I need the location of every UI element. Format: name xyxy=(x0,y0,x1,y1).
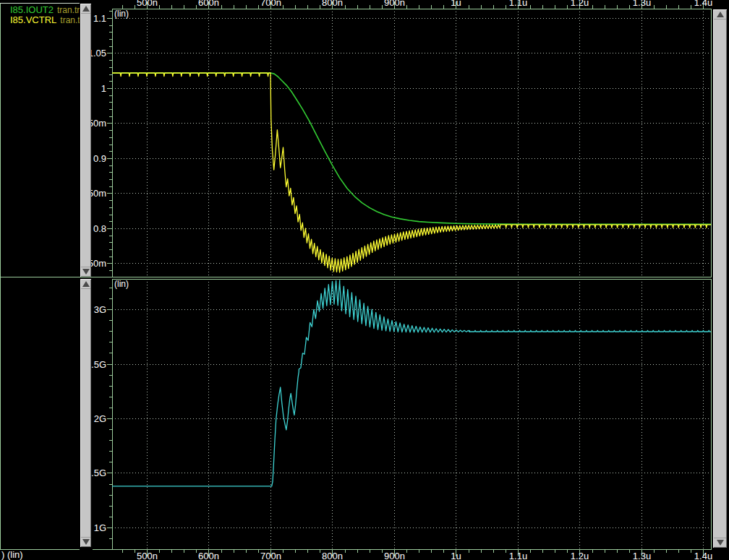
signal-analysis-suffix: tran.tra xyxy=(57,5,80,15)
trace-i85-vctrl[interactable] xyxy=(112,73,711,272)
left-scrollbar-top[interactable] xyxy=(80,4,91,277)
y-tick-label: 1G xyxy=(94,522,106,533)
legend-panel-bottom: FVST.FVST_0|F xyxy=(0,278,80,547)
scale-label: (lin) xyxy=(114,279,129,289)
x-tick-label: 900n xyxy=(384,0,405,8)
x-tick-label: 900n xyxy=(384,551,405,560)
y-tick-label: 0.8 xyxy=(93,223,106,234)
x-tick-label: 500n xyxy=(137,551,158,560)
x-tick-label: 1.1u xyxy=(509,0,527,8)
x-axis-corner-label: ) (lin) xyxy=(1,549,23,560)
waveform-viewer-window: 500n600n700n800n900n1u1.1u1.2u1.3u1.4u1.… xyxy=(0,0,729,560)
grid xyxy=(112,279,711,550)
legend-topline xyxy=(0,3,80,4)
axis-ticks xyxy=(107,1,704,271)
x-tick-label: 1u xyxy=(451,551,461,560)
scroll-down-arrow-icon[interactable] xyxy=(717,540,724,546)
scroll-up-arrow-icon[interactable] xyxy=(82,281,90,287)
legend-panel-top: I85.IOUT2tran.traI85.VCTRLtran.t xyxy=(0,0,80,277)
signal-analysis-suffix: tran.t xyxy=(60,15,80,25)
legend-item[interactable]: I85.VCTRLtran.t xyxy=(10,15,80,25)
x-tick-label: 1.4u xyxy=(694,0,712,8)
x-tick-label: 700n xyxy=(260,551,281,560)
x-tick-label: 600n xyxy=(198,0,219,8)
y-tick-label: 1.1 xyxy=(93,13,106,24)
axis-labels: 500n600n700n800n900n1u1.1u1.2u1.3u1.4u3G… xyxy=(86,279,712,560)
x-tick-label: 500n xyxy=(137,0,158,8)
x-tick-label: 1.2u xyxy=(571,551,589,560)
signal-name: I85.VCTRL xyxy=(10,15,56,25)
scroll-up-arrow-icon[interactable] xyxy=(82,6,90,12)
plot-canvas: 500n600n700n800n900n1u1.1u1.2u1.3u1.4u1.… xyxy=(0,0,729,560)
left-scrollbar-bottom[interactable] xyxy=(80,279,91,547)
scroll-down-arrow-icon[interactable] xyxy=(82,269,90,275)
x-tick-label: 1.3u xyxy=(633,551,651,560)
x-tick-label: 1.4u xyxy=(694,551,712,560)
x-tick-label: 1.1u xyxy=(509,551,527,560)
x-tick-label: 800n xyxy=(322,0,343,8)
y-tick-label: 1 xyxy=(101,83,106,94)
legend-item[interactable]: I85.IOUT2tran.tra xyxy=(10,5,80,15)
scale-label: (lin) xyxy=(114,9,129,19)
trace-fvst-fvst-0-f[interactable] xyxy=(112,280,711,486)
x-tick-label: 700n xyxy=(260,0,281,8)
x-tick-label: 800n xyxy=(322,551,343,560)
panel-border xyxy=(113,9,712,277)
panel-border xyxy=(113,280,712,550)
scroll-up-arrow-icon[interactable] xyxy=(717,12,724,17)
x-tick-label: 1u xyxy=(451,0,461,8)
scroll-down-arrow-icon[interactable] xyxy=(82,539,90,545)
axis-labels: 500n600n700n800n900n1u1.1u1.2u1.3u1.4u1.… xyxy=(82,0,712,269)
y-tick-label: 2G xyxy=(94,413,106,424)
y-tick-label: 3G xyxy=(94,304,106,315)
trace-i85-iout2[interactable] xyxy=(112,73,711,224)
y-tick-label: 0.9 xyxy=(93,153,106,164)
panel-divider-lines xyxy=(0,3,711,550)
signal-name: I85.IOUT2 xyxy=(10,5,54,15)
x-tick-label: 1.3u xyxy=(633,0,651,8)
x-tick-label: 600n xyxy=(198,551,219,560)
right-scrollbar[interactable] xyxy=(713,9,727,548)
x-tick-label: 1.2u xyxy=(571,0,589,8)
